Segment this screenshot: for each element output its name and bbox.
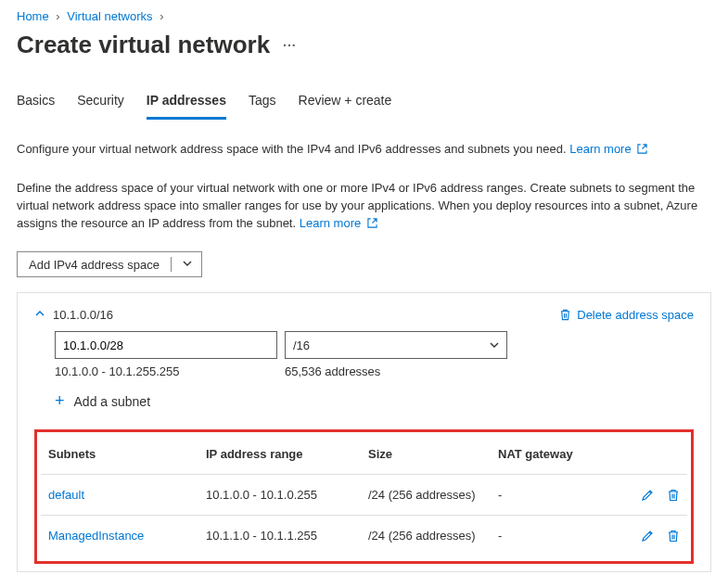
- add-subnet-button[interactable]: + Add a subnet: [55, 391, 694, 411]
- pencil-icon[interactable]: [641, 489, 654, 502]
- chevron-down-icon[interactable]: [183, 259, 192, 270]
- tab-tags[interactable]: Tags: [249, 87, 276, 120]
- subnet-size: /24 (256 addresses): [361, 475, 491, 516]
- intro-text-2: Define the address space of your virtual…: [17, 180, 711, 234]
- intro-text-1: Configure your virtual network address s…: [17, 141, 711, 160]
- tab-security[interactable]: Security: [77, 87, 124, 120]
- tab-basics[interactable]: Basics: [17, 87, 55, 120]
- chevron-right-icon: ›: [56, 9, 59, 23]
- trash-icon[interactable]: [667, 489, 680, 502]
- address-range-input[interactable]: [55, 331, 277, 359]
- add-address-space-button[interactable]: Add IPv4 address space: [17, 251, 202, 277]
- subnet-nat: -: [491, 516, 622, 556]
- col-header-range: IP address range: [198, 438, 361, 475]
- col-header-size: Size: [361, 438, 491, 475]
- subnets-table-highlight: Subnets IP address range Size NAT gatewa…: [34, 429, 694, 564]
- table-row: default 10.1.0.0 - 10.1.0.255 /24 (256 a…: [41, 475, 687, 516]
- learn-more-link-1[interactable]: Learn more: [569, 142, 647, 156]
- trash-icon: [559, 309, 571, 321]
- button-divider: [171, 257, 172, 272]
- address-space-card: 10.1.0.0/16 Delete address space /16 10.…: [17, 292, 711, 572]
- trash-icon[interactable]: [667, 530, 680, 543]
- col-header-actions: [622, 438, 687, 475]
- subnet-nat: -: [491, 475, 622, 516]
- page-title: Create virtual network ···: [17, 31, 711, 59]
- breadcrumb-vnets[interactable]: Virtual networks: [67, 9, 152, 23]
- collapse-toggle[interactable]: [34, 308, 45, 322]
- address-range-text: 10.1.0.0 - 10.1.255.255: [55, 364, 277, 378]
- subnet-link-default[interactable]: default: [48, 488, 84, 502]
- more-actions-button[interactable]: ···: [283, 38, 297, 53]
- tab-review-create[interactable]: Review + create: [299, 87, 392, 120]
- table-row: ManagedInstance 10.1.1.0 - 10.1.1.255 /2…: [41, 516, 687, 556]
- external-link-icon: [367, 216, 377, 234]
- subnet-range: 10.1.0.0 - 10.1.0.255: [198, 475, 361, 516]
- chevron-down-icon: [490, 340, 499, 350]
- breadcrumb: Home › Virtual networks ›: [17, 9, 711, 23]
- pencil-icon[interactable]: [641, 530, 654, 543]
- address-count-text: 65,536 addresses: [285, 364, 507, 378]
- page-title-text: Create virtual network: [17, 31, 270, 59]
- prefix-length-select[interactable]: /16: [285, 331, 507, 359]
- delete-address-space-button[interactable]: Delete address space: [559, 308, 694, 322]
- subnet-link-managedinstance[interactable]: ManagedInstance: [48, 529, 144, 543]
- learn-more-link-2[interactable]: Learn more: [300, 216, 377, 230]
- col-header-nat: NAT gateway: [491, 438, 622, 475]
- tabs: Basics Security IP addresses Tags Review…: [17, 87, 711, 121]
- external-link-icon: [637, 142, 647, 160]
- subnet-range: 10.1.1.0 - 10.1.1.255: [198, 516, 361, 556]
- chevron-right-icon: ›: [160, 9, 163, 23]
- address-space-title: 10.1.0.0/16: [53, 308, 113, 322]
- col-header-subnets: Subnets: [41, 438, 198, 475]
- plus-icon: +: [55, 391, 65, 411]
- subnet-size: /24 (256 addresses): [361, 516, 491, 556]
- breadcrumb-home[interactable]: Home: [17, 9, 49, 23]
- subnets-table: Subnets IP address range Size NAT gatewa…: [41, 438, 687, 556]
- tab-ip-addresses[interactable]: IP addresses: [147, 87, 226, 120]
